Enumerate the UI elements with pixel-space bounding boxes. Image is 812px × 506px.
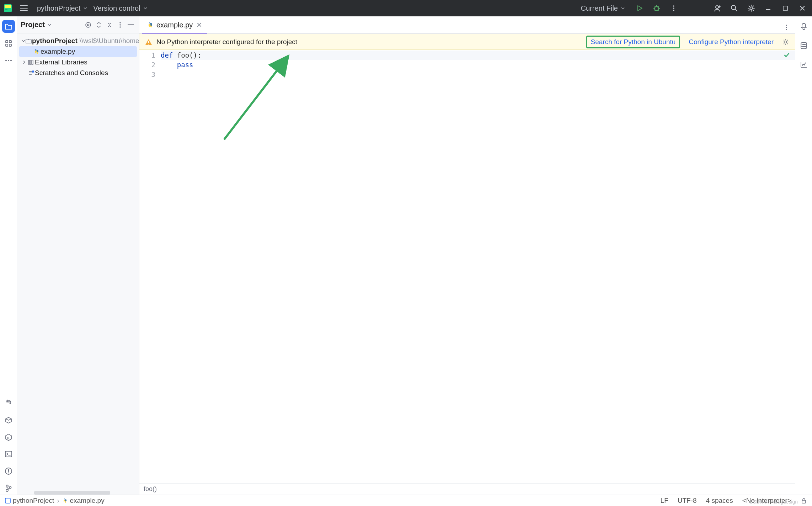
problems-tool-button[interactable] [2,465,15,478]
run-config-label: Current File [581,4,618,12]
tree-root-path: \\wsl$\Ubuntu\home\ [80,37,141,45]
interpreter-widget[interactable]: <No interpreter> [742,497,791,505]
line-number: 3 [139,70,155,79]
svg-rect-12 [9,41,11,43]
svg-point-21 [8,473,9,474]
svg-point-6 [673,10,674,11]
more-actions-button[interactable] [668,2,680,14]
hide-panel-button[interactable] [126,20,135,30]
more-tools-button[interactable] [2,54,15,67]
code-editor[interactable]: 1 2 3 def foo(): pass [139,50,795,483]
debug-button[interactable] [651,2,663,14]
run-configuration-dropdown[interactable]: Current File [577,4,629,12]
project-tree[interactable]: pythonProject \\wsl$\Ubuntu\home\ exampl… [17,33,139,80]
svg-rect-13 [6,44,8,46]
python-file-icon [147,22,154,28]
project-tool-button[interactable] [2,20,15,33]
scratches-icon [27,70,35,76]
tree-scratches[interactable]: Scratches and Consoles [19,68,137,78]
sciview-tool-button[interactable] [797,58,810,71]
project-panel-title-dropdown[interactable]: Project [21,21,52,29]
pycharm-logo-icon [4,4,12,12]
inspection-ok-icon[interactable] [784,52,790,58]
svg-point-42 [801,42,807,44]
project-dropdown[interactable]: pythonProject [34,0,90,16]
svg-point-40 [785,41,787,43]
svg-rect-44 [802,500,806,503]
readonly-toggle-icon[interactable] [801,497,807,504]
svg-rect-38 [148,41,149,43]
tree-external-libraries[interactable]: External Libraries [19,57,137,68]
notifications-tool-button[interactable] [797,20,810,33]
editor-zone: example.py ✕ No Python interpreter confi… [139,16,795,495]
line-separator-widget[interactable]: LF [661,497,668,505]
tree-root[interactable]: pythonProject \\wsl$\Ubuntu\home\ [19,36,137,46]
svg-point-18 [7,400,8,401]
svg-rect-2 [5,10,7,10]
indent-widget[interactable]: 4 spaces [706,497,733,505]
terminal-tool-button[interactable] [2,448,15,460]
window-close-button[interactable] [796,2,808,14]
svg-point-17 [10,60,12,61]
svg-point-34 [32,70,34,73]
python-packages-tool-button[interactable] [2,413,15,426]
svg-point-35 [786,25,787,26]
svg-rect-39 [148,44,149,44]
tree-root-label: pythonProject [32,37,78,45]
line-number: 2 [139,60,155,70]
svg-point-26 [87,24,89,26]
collapse-all-button[interactable] [105,20,114,30]
left-tool-stripe [0,16,17,495]
interpreter-warning-banner: No Python interpreter configured for the… [139,34,795,50]
vcs-label: Version control [93,4,140,12]
database-tool-button[interactable] [797,39,810,52]
structure-tool-button[interactable] [2,37,15,50]
editor-tabs-more-button[interactable] [781,22,792,33]
encoding-widget[interactable]: UTF-8 [678,497,697,505]
svg-rect-32 [30,60,31,64]
run-button[interactable] [634,2,646,14]
project-panel-header: Project [17,16,139,33]
window-maximize-button[interactable] [779,2,791,14]
svg-point-36 [786,27,787,28]
configure-interpreter-link[interactable]: Configure Python interpreter [685,37,777,47]
svg-point-7 [716,6,718,9]
svg-point-25 [86,22,91,27]
git-tool-button[interactable] [2,482,15,495]
svg-point-16 [8,60,9,61]
breadcrumb-file[interactable]: example.py [70,497,105,505]
version-control-dropdown[interactable]: Version control [90,0,150,16]
breadcrumb-project[interactable]: pythonProject [13,497,54,505]
search-everywhere-button[interactable] [728,2,740,14]
svg-rect-33 [32,60,33,64]
folder-icon [26,38,32,44]
main-menu-button[interactable] [18,3,29,14]
select-opened-file-button[interactable] [84,20,93,30]
editor-breadcrumb[interactable]: foo() [139,483,795,495]
settings-button[interactable] [745,2,757,14]
editor-tab-example[interactable]: example.py ✕ [142,17,207,33]
banner-message: No Python interpreter configured for the… [156,38,297,46]
services-tool-button[interactable] [2,431,15,443]
gutter: 1 2 3 [139,50,159,483]
module-icon [5,498,11,504]
chevron-right-icon [21,60,27,64]
panel-options-button[interactable] [116,20,125,30]
svg-rect-14 [9,44,11,46]
svg-point-27 [119,22,121,23]
python-console-tool-button[interactable] [2,396,15,409]
svg-point-5 [673,7,674,9]
search-python-ubuntu-link[interactable]: Search for Python in Ubuntu [586,36,680,48]
tree-file-example[interactable]: example.py [19,46,137,57]
svg-rect-10 [783,6,787,10]
code-with-me-button[interactable] [711,2,723,14]
expand-all-button[interactable] [94,20,103,30]
svg-rect-19 [5,451,12,457]
close-tab-button[interactable]: ✕ [196,21,202,29]
project-scrollbar[interactable] [17,491,139,495]
statusbar: pythonProject › example.py LF UTF-8 4 sp… [0,495,812,506]
tree-external-label: External Libraries [35,58,87,66]
banner-settings-button[interactable] [782,38,789,46]
window-minimize-button[interactable] [762,2,774,14]
code-lines[interactable]: def foo(): pass [159,50,795,483]
